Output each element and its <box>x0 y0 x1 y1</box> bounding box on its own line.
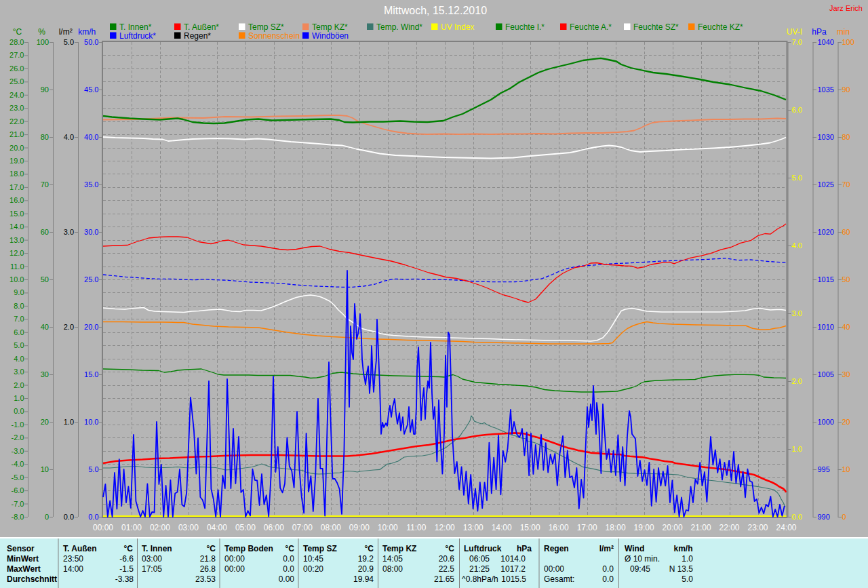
svg-text:15:00: 15:00 <box>520 523 540 532</box>
svg-text:20.0: 20.0 <box>84 323 98 331</box>
svg-text:27.0: 27.0 <box>9 51 24 59</box>
svg-text:Feuchte I.*: Feuchte I.* <box>505 22 545 32</box>
svg-text:Temp. Wind*: Temp. Wind* <box>376 22 422 32</box>
svg-text:45.0: 45.0 <box>84 85 98 94</box>
svg-text:7.0: 7.0 <box>792 38 802 46</box>
svg-text:Luftdruck*: Luftdruck* <box>119 31 156 41</box>
svg-text:1040: 1040 <box>818 38 834 46</box>
svg-text:25.0: 25.0 <box>84 275 98 283</box>
svg-text:0.0: 0.0 <box>283 564 294 574</box>
svg-text:25.0: 25.0 <box>9 77 24 85</box>
svg-text:80: 80 <box>842 133 850 141</box>
svg-text:Feuchte SZ*: Feuchte SZ* <box>633 22 679 32</box>
svg-text:Ø 10 min.: Ø 10 min. <box>625 554 660 564</box>
svg-text:T. Innen*: T. Innen* <box>119 22 152 32</box>
svg-text:14.0: 14.0 <box>9 222 24 231</box>
svg-text:12:00: 12:00 <box>435 523 455 532</box>
svg-text:-3.0: -3.0 <box>12 447 24 455</box>
svg-text:00:00: 00:00 <box>224 564 245 574</box>
svg-text:990: 990 <box>818 513 830 521</box>
svg-text:MinWert: MinWert <box>7 554 39 564</box>
svg-text:26.8: 26.8 <box>200 564 216 574</box>
svg-text:Wind: Wind <box>625 544 644 553</box>
svg-text:21.0: 21.0 <box>9 130 24 138</box>
svg-text:00:20: 00:20 <box>303 564 323 574</box>
svg-text:100: 100 <box>842 38 854 46</box>
svg-text:Temp SZ: Temp SZ <box>303 544 337 553</box>
svg-text:19.94: 19.94 <box>353 574 374 584</box>
svg-text:1.0: 1.0 <box>64 418 74 426</box>
svg-text:04:00: 04:00 <box>207 523 227 532</box>
svg-text:1010: 1010 <box>818 323 834 331</box>
svg-text:km/h: km/h <box>673 544 692 553</box>
svg-text:UV-I: UV-I <box>787 27 802 37</box>
svg-text:2.0: 2.0 <box>14 381 24 389</box>
svg-text:10: 10 <box>842 465 850 473</box>
svg-text:14:00: 14:00 <box>492 523 512 532</box>
svg-text:N 13.5: N 13.5 <box>669 564 694 574</box>
svg-text:10.0: 10.0 <box>9 275 24 283</box>
svg-text:03:00: 03:00 <box>178 523 199 532</box>
svg-text:16.0: 16.0 <box>9 196 24 204</box>
svg-text:995: 995 <box>818 465 830 473</box>
svg-text:02:00: 02:00 <box>150 523 170 532</box>
svg-text:16:00: 16:00 <box>549 523 569 532</box>
svg-text:-7.0: -7.0 <box>12 500 24 508</box>
svg-text:0.0: 0.0 <box>64 513 74 521</box>
svg-text:5.0: 5.0 <box>792 174 802 182</box>
svg-text:hPa: hPa <box>517 544 532 553</box>
svg-text:1014.0: 1014.0 <box>500 554 526 564</box>
svg-text:06:00: 06:00 <box>264 523 284 532</box>
svg-text:12.0: 12.0 <box>9 249 24 257</box>
svg-text:23:00: 23:00 <box>748 523 768 532</box>
svg-text:°C: °C <box>124 544 134 553</box>
svg-text:MaxWert: MaxWert <box>7 564 41 574</box>
svg-text:1035: 1035 <box>818 85 834 94</box>
svg-text:°C: °C <box>446 544 455 553</box>
svg-text:-2.0: -2.0 <box>12 433 24 442</box>
svg-text:21:25: 21:25 <box>469 564 490 574</box>
svg-text:08:00: 08:00 <box>382 564 403 574</box>
svg-text:22.0: 22.0 <box>9 117 24 125</box>
svg-text:30.0: 30.0 <box>84 228 98 236</box>
svg-text:1.0: 1.0 <box>682 554 693 564</box>
svg-text:14:05: 14:05 <box>382 554 403 564</box>
svg-text:10.0: 10.0 <box>84 418 98 426</box>
svg-text:0: 0 <box>45 513 49 521</box>
svg-text:40: 40 <box>842 323 850 331</box>
svg-text:1017.2: 1017.2 <box>500 564 526 574</box>
svg-text:20: 20 <box>41 418 49 426</box>
svg-text:24:00: 24:00 <box>776 523 796 532</box>
svg-text:00:00: 00:00 <box>93 523 113 532</box>
svg-text:T. Außen: T. Außen <box>63 544 97 553</box>
svg-text:4.0: 4.0 <box>792 241 802 250</box>
svg-text:1000: 1000 <box>818 418 834 426</box>
svg-text:28.0: 28.0 <box>9 38 24 46</box>
svg-text:5.0: 5.0 <box>88 465 98 473</box>
svg-text:0: 0 <box>842 513 846 521</box>
svg-text:21.8: 21.8 <box>200 554 216 564</box>
svg-text:23:50: 23:50 <box>63 554 83 564</box>
svg-text:-6.6: -6.6 <box>119 554 134 564</box>
svg-text:T. Außen*: T. Außen* <box>184 22 219 32</box>
svg-text:20.6: 20.6 <box>439 554 455 564</box>
svg-text:17:00: 17:00 <box>577 523 597 532</box>
svg-text:-1.5: -1.5 <box>119 564 134 574</box>
svg-text:18.0: 18.0 <box>9 170 24 178</box>
svg-text:0.0: 0.0 <box>14 407 24 415</box>
svg-text:30: 30 <box>41 370 49 378</box>
svg-text:-6.0: -6.0 <box>12 486 24 494</box>
svg-text:Feuchte KZ*: Feuchte KZ* <box>698 22 743 32</box>
svg-text:Jarz Erich: Jarz Erich <box>829 4 863 12</box>
svg-text:°C: °C <box>207 544 216 553</box>
svg-text:-4.0: -4.0 <box>12 460 24 468</box>
svg-text:0.00: 0.00 <box>279 574 295 584</box>
svg-text:km/h: km/h <box>78 27 96 37</box>
svg-text:09:45: 09:45 <box>630 564 650 574</box>
svg-text:06:05: 06:05 <box>469 554 490 564</box>
svg-text:3.0: 3.0 <box>14 368 24 376</box>
svg-text:70: 70 <box>842 180 850 189</box>
svg-text:17:05: 17:05 <box>142 564 162 574</box>
svg-text:23.53: 23.53 <box>195 574 216 584</box>
svg-text:min: min <box>837 27 850 37</box>
